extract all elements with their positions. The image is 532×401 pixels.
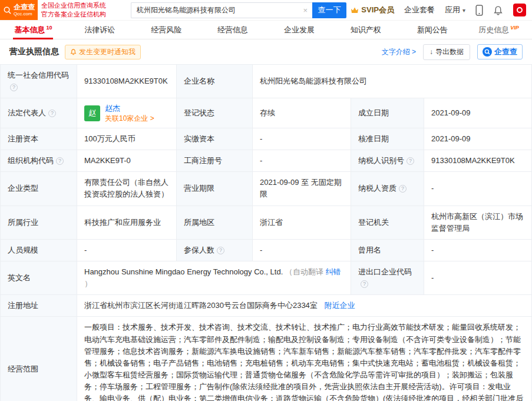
info-icon[interactable]: ? xyxy=(56,157,64,165)
field-label-taxpayer-quality: 纳税人资质? xyxy=(351,172,424,206)
tab-basic-info[interactable]: 基本信息 10 xyxy=(0,21,67,39)
notification-bell-icon[interactable] xyxy=(493,5,503,15)
tab-news[interactable]: 新闻公告 xyxy=(399,21,465,39)
field-value-taxpayer-quality: - xyxy=(424,172,532,206)
label-text: 进出口企业代码 xyxy=(358,267,412,276)
table-row: 统一社会信用代码? 91330108MA2KKE9T0K 企业名称 杭州阳光铭岛… xyxy=(1,65,532,98)
tab-company-development[interactable]: 企业发展 xyxy=(266,21,333,39)
field-label-business-scope: 经营范围 xyxy=(1,317,77,401)
field-value-status: 存续 xyxy=(253,98,351,128)
slogan-line-1: 全国企业信用查询系统 xyxy=(41,1,106,10)
auto-translate-note: （自动翻译 xyxy=(285,267,323,276)
tab-label: 知识产权 xyxy=(351,25,381,35)
label-text: 统一社会信用代码 xyxy=(8,71,69,79)
info-icon[interactable]: ? xyxy=(48,110,56,117)
label-text: 法定代表人 xyxy=(8,108,46,117)
info-icon[interactable]: ? xyxy=(361,280,368,288)
export-data-button[interactable]: ↓ 导出数据 xyxy=(423,44,470,60)
mobile-app-icon[interactable] xyxy=(475,5,483,16)
notify-bell-icon xyxy=(70,48,77,55)
notify-label: 发生变更时通知我 xyxy=(79,47,136,57)
search-button[interactable]: 查一下 xyxy=(312,2,346,18)
legal-rep-avatar[interactable]: 赵 xyxy=(84,105,100,121)
english-name-text: Hangzhou Sunshine Mingdao Energy Technol… xyxy=(84,267,283,276)
field-value-approval-date: 2021-09-09 xyxy=(424,128,532,150)
legal-rep-name-link[interactable]: 赵杰 xyxy=(105,103,154,114)
field-label-english-name: 英文名 xyxy=(1,261,77,295)
correct-translation-link[interactable]: 纠错 xyxy=(326,267,341,276)
field-label-business-term: 营业期限 xyxy=(177,172,253,206)
label-text: 纳税人识别号 xyxy=(358,156,404,165)
tab-operation-risk[interactable]: 经营风险 xyxy=(133,21,200,39)
tab-label: 经营风险 xyxy=(151,25,181,35)
tab-intellectual-property[interactable]: 知识产权 xyxy=(332,21,399,39)
related-companies-link[interactable]: 关联10家企业 > xyxy=(105,114,154,123)
qcc-logo-text: 企查查 Qcc.com xyxy=(14,4,35,16)
field-label-address: 注册地址 xyxy=(1,295,77,317)
svip-label: SVIP会员 xyxy=(361,5,394,15)
field-label-credit-code: 统一社会信用代码? xyxy=(1,65,77,98)
field-label-paid-capital: 实缴资本 xyxy=(177,128,253,150)
tab-legal-litigation[interactable]: 法律诉讼 xyxy=(67,21,133,39)
text-intro-link[interactable]: 文字介绍 > xyxy=(382,47,416,57)
brand-label: 企查查 xyxy=(494,47,517,57)
top-header: 企查查 Qcc.com 全国企业信用查询系统 官方备案企业征信机构 × 查一下 … xyxy=(0,0,532,20)
field-value-company-type: 有限责任公司（非自然人投资或控股的法人独资） xyxy=(77,172,177,206)
qcc-logo-icon xyxy=(3,6,12,15)
tab-badge-count: 10 xyxy=(46,25,52,31)
table-row: 注册地址 浙江省杭州市滨江区长河街道江晖路2030号云台国际商务中心2334室 … xyxy=(1,295,532,317)
tab-history-info[interactable]: 历史信息 VIP xyxy=(465,21,532,39)
crown-icon xyxy=(351,6,359,14)
vip-tag: VIP xyxy=(510,25,519,31)
table-row: 英文名 Hangzhou Sunshine Mingdao Energy Tec… xyxy=(1,261,532,295)
info-icon[interactable]: ? xyxy=(10,84,18,91)
logo-name: 企查查 xyxy=(14,4,35,11)
site-slogan: 全国企业信用查询系统 官方备案企业征信机构 xyxy=(41,1,106,19)
field-label-staff-size: 人员规模 xyxy=(1,239,77,261)
tab-label: 基本信息 xyxy=(14,25,45,35)
table-row: 所属行业 科技推广和应用服务业 所属地区 浙江省 登记机关 杭州市高新区（滨江）… xyxy=(1,206,532,239)
tab-label: 新闻公告 xyxy=(417,25,448,35)
package-label: 企业套餐 xyxy=(404,5,435,15)
user-avatar[interactable] xyxy=(513,4,526,16)
qcc-brand-button[interactable]: 企查查 xyxy=(477,44,523,59)
search-box: × 查一下 xyxy=(131,2,346,18)
notify-on-change-button[interactable]: 发生变更时通知我 xyxy=(65,45,141,59)
field-label-establish-date: 成立日期 xyxy=(351,98,424,128)
tab-label: 法律诉讼 xyxy=(84,25,115,35)
field-label-ie-code: 进出口企业代码? xyxy=(351,261,424,295)
field-label-insured: 参保人数? xyxy=(177,239,253,261)
field-label-industry: 所属行业 xyxy=(1,206,77,239)
section-title: 营业执照信息 xyxy=(9,47,59,57)
label-text: 纳税人资质 xyxy=(358,184,396,193)
qcc-logo[interactable]: 企查查 Qcc.com xyxy=(0,0,38,20)
logo-domain: Qcc.com xyxy=(14,11,35,16)
field-label-region: 所属地区 xyxy=(177,206,253,239)
apps-menu[interactable]: 应用 ▾ xyxy=(445,5,465,15)
field-label-taxpayer-id: 纳税人识别号? xyxy=(351,150,424,172)
field-value-reg-capital: 100万元人民币 xyxy=(77,128,177,150)
table-row: 人员规模 - 参保人数? - 曾用名 - xyxy=(1,239,532,261)
tab-business-info[interactable]: 经营信息 xyxy=(200,21,266,39)
field-value-industry: 科技推广和应用服务业 xyxy=(77,206,177,239)
field-value-legal-rep: 赵 赵杰 关联10家企业 > xyxy=(77,98,177,128)
svip-member-menu[interactable]: SVIP会员 xyxy=(351,5,394,15)
export-label: 导出数据 xyxy=(435,47,464,57)
field-value-reg-number: - xyxy=(253,150,351,172)
field-value-authority: 杭州市高新区（滨江）市场监督管理局 xyxy=(424,206,532,239)
info-icon[interactable]: ? xyxy=(399,185,407,193)
info-icon[interactable]: ? xyxy=(217,247,224,254)
license-section-header: 营业执照信息 发生变更时通知我 文字介绍 > ↓ 导出数据 企查查 xyxy=(0,39,532,64)
table-row: 法定代表人? 赵 赵杰 关联10家企业 > 登记状态 存续 成立日期 2021-… xyxy=(1,98,532,128)
table-row: 组织机构代码? MA2KKE9T-0 工商注册号 - 纳税人识别号? 91330… xyxy=(1,150,532,172)
field-label-authority: 登记机关 xyxy=(351,206,424,239)
table-row: 注册资本 100万元人民币 实缴资本 - 核准日期 2021-09-09 xyxy=(1,128,532,150)
package-menu[interactable]: 企业套餐 xyxy=(404,5,435,15)
clear-search-icon[interactable]: × xyxy=(303,6,308,14)
search-input[interactable] xyxy=(131,2,312,18)
field-label-org-code: 组织机构代码? xyxy=(1,150,77,172)
chevron-down-icon: ▾ xyxy=(462,7,465,14)
field-value-business-term: 2021-09-09 至 无固定期限 xyxy=(253,172,351,206)
nearby-companies-link[interactable]: 附近企业 xyxy=(324,301,355,310)
info-icon[interactable]: ? xyxy=(407,157,414,165)
